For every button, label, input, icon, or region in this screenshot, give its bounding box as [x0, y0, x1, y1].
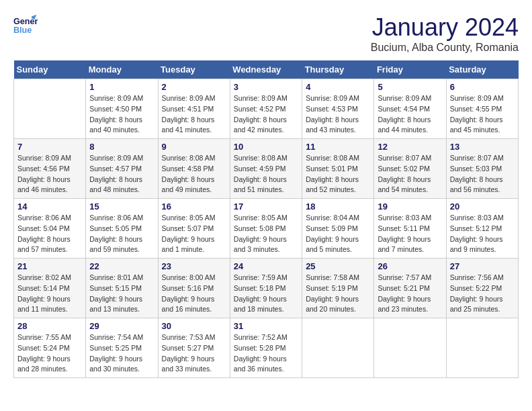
day-info: Sunrise: 7:52 AMSunset: 5:28 PMDaylight:…: [234, 332, 298, 375]
week-row-1: 1 Sunrise: 8:09 AMSunset: 4:50 PMDayligh…: [14, 79, 519, 139]
day-header-friday: Friday: [374, 60, 446, 79]
day-cell: [374, 318, 446, 378]
day-number: 7: [17, 142, 82, 152]
day-cell: 3 Sunrise: 8:09 AMSunset: 4:52 PMDayligh…: [230, 79, 302, 139]
day-info: Sunrise: 7:53 AMSunset: 5:27 PMDaylight:…: [162, 332, 226, 375]
day-cell: 21 Sunrise: 8:02 AMSunset: 5:14 PMDaylig…: [14, 259, 86, 318]
day-header-wednesday: Wednesday: [230, 60, 302, 79]
calendar-table: SundayMondayTuesdayWednesdayThursdayFrid…: [13, 60, 519, 378]
day-header-saturday: Saturday: [446, 60, 518, 79]
day-info: Sunrise: 8:07 AMSunset: 5:03 PMDaylight:…: [450, 153, 515, 195]
day-cell: 16 Sunrise: 8:05 AMSunset: 5:07 PMDaylig…: [158, 199, 230, 259]
day-number: 18: [306, 201, 370, 212]
day-cell: 8 Sunrise: 8:09 AMSunset: 4:57 PMDayligh…: [86, 139, 158, 199]
day-header-thursday: Thursday: [302, 60, 374, 79]
day-cell: 10 Sunrise: 8:08 AMSunset: 4:59 PMDaylig…: [230, 139, 302, 199]
day-info: Sunrise: 8:09 AMSunset: 4:57 PMDaylight:…: [89, 153, 154, 195]
day-number: 8: [89, 142, 154, 152]
day-info: Sunrise: 8:07 AMSunset: 5:02 PMDaylight:…: [378, 153, 442, 195]
day-number: 16: [162, 201, 226, 212]
day-info: Sunrise: 8:04 AMSunset: 5:09 PMDaylight:…: [306, 213, 370, 255]
day-cell: 5 Sunrise: 8:09 AMSunset: 4:54 PMDayligh…: [374, 79, 446, 139]
day-cell: 23 Sunrise: 8:00 AMSunset: 5:16 PMDaylig…: [158, 259, 230, 318]
day-cell: 15 Sunrise: 8:06 AMSunset: 5:05 PMDaylig…: [86, 199, 158, 259]
day-cell: 27 Sunrise: 7:56 AMSunset: 5:22 PMDaylig…: [446, 259, 518, 318]
day-header-sunday: Sunday: [14, 60, 86, 79]
day-header-tuesday: Tuesday: [158, 60, 230, 79]
day-cell: 30 Sunrise: 7:53 AMSunset: 5:27 PMDaylig…: [158, 318, 230, 378]
day-number: 9: [162, 142, 226, 152]
day-number: 27: [450, 261, 515, 271]
day-cell: 26 Sunrise: 7:57 AMSunset: 5:21 PMDaylig…: [374, 259, 446, 318]
day-info: Sunrise: 8:08 AMSunset: 4:58 PMDaylight:…: [162, 153, 226, 195]
day-cell: 13 Sunrise: 8:07 AMSunset: 5:03 PMDaylig…: [446, 139, 518, 199]
day-cell: 14 Sunrise: 8:06 AMSunset: 5:04 PMDaylig…: [14, 199, 86, 259]
day-number: 10: [234, 142, 298, 152]
day-cell: [446, 318, 518, 378]
day-number: 5: [378, 82, 442, 92]
day-info: Sunrise: 8:09 AMSunset: 4:52 PMDaylight:…: [234, 93, 298, 136]
day-cell: 31 Sunrise: 7:52 AMSunset: 5:28 PMDaylig…: [230, 318, 302, 378]
day-info: Sunrise: 8:08 AMSunset: 4:59 PMDaylight:…: [234, 153, 298, 195]
day-cell: 12 Sunrise: 8:07 AMSunset: 5:02 PMDaylig…: [374, 139, 446, 199]
day-info: Sunrise: 8:01 AMSunset: 5:15 PMDaylight:…: [89, 273, 154, 315]
day-info: Sunrise: 8:05 AMSunset: 5:08 PMDaylight:…: [234, 213, 298, 255]
logo: General Blue: [13, 13, 38, 38]
day-number: 15: [89, 201, 154, 212]
day-number: 12: [378, 142, 442, 152]
day-info: Sunrise: 7:58 AMSunset: 5:19 PMDaylight:…: [306, 273, 370, 315]
day-cell: 28 Sunrise: 7:55 AMSunset: 5:24 PMDaylig…: [14, 318, 86, 378]
day-info: Sunrise: 8:09 AMSunset: 4:56 PMDaylight:…: [17, 153, 82, 195]
week-row-5: 28 Sunrise: 7:55 AMSunset: 5:24 PMDaylig…: [14, 318, 519, 378]
day-cell: [302, 318, 374, 378]
day-info: Sunrise: 8:00 AMSunset: 5:16 PMDaylight:…: [162, 273, 226, 315]
day-info: Sunrise: 7:59 AMSunset: 5:18 PMDaylight:…: [234, 273, 298, 315]
day-info: Sunrise: 8:02 AMSunset: 5:14 PMDaylight:…: [17, 273, 82, 315]
day-cell: 22 Sunrise: 8:01 AMSunset: 5:15 PMDaylig…: [86, 259, 158, 318]
day-cell: 18 Sunrise: 8:04 AMSunset: 5:09 PMDaylig…: [302, 199, 374, 259]
day-cell: 6 Sunrise: 8:09 AMSunset: 4:55 PMDayligh…: [446, 79, 518, 139]
day-info: Sunrise: 8:09 AMSunset: 4:53 PMDaylight:…: [306, 93, 370, 136]
day-info: Sunrise: 7:56 AMSunset: 5:22 PMDaylight:…: [450, 273, 515, 315]
day-number: 30: [162, 321, 226, 331]
day-cell: 1 Sunrise: 8:09 AMSunset: 4:50 PMDayligh…: [86, 79, 158, 139]
day-info: Sunrise: 8:03 AMSunset: 5:12 PMDaylight:…: [450, 213, 515, 255]
day-info: Sunrise: 8:08 AMSunset: 5:01 PMDaylight:…: [306, 153, 370, 195]
day-number: 14: [17, 201, 82, 212]
day-info: Sunrise: 8:05 AMSunset: 5:07 PMDaylight:…: [162, 213, 226, 255]
logo-icon: General Blue: [13, 13, 38, 38]
day-number: 29: [89, 321, 154, 331]
day-header-monday: Monday: [86, 60, 158, 79]
title-block: January 2024 Bucium, Alba County, Romani…: [371, 13, 519, 54]
day-number: 28: [17, 321, 82, 331]
day-number: 24: [234, 261, 298, 271]
location-title: Bucium, Alba County, Romania: [371, 42, 519, 54]
day-number: 22: [89, 261, 154, 271]
day-number: 20: [450, 201, 515, 212]
day-number: 25: [306, 261, 370, 271]
day-info: Sunrise: 8:09 AMSunset: 4:55 PMDaylight:…: [450, 93, 515, 136]
page-container: General Blue January 2024 Bucium, Alba C…: [13, 13, 519, 378]
day-info: Sunrise: 8:09 AMSunset: 4:51 PMDaylight:…: [162, 93, 226, 136]
day-cell: 24 Sunrise: 7:59 AMSunset: 5:18 PMDaylig…: [230, 259, 302, 318]
day-number: 17: [234, 201, 298, 212]
day-cell: 4 Sunrise: 8:09 AMSunset: 4:53 PMDayligh…: [302, 79, 374, 139]
month-title: January 2024: [371, 13, 519, 42]
day-cell: 20 Sunrise: 8:03 AMSunset: 5:12 PMDaylig…: [446, 199, 518, 259]
day-cell: 11 Sunrise: 8:08 AMSunset: 5:01 PMDaylig…: [302, 139, 374, 199]
day-number: 1: [89, 82, 154, 92]
header-row: SundayMondayTuesdayWednesdayThursdayFrid…: [14, 60, 519, 79]
day-number: 6: [450, 82, 515, 92]
day-cell: 2 Sunrise: 8:09 AMSunset: 4:51 PMDayligh…: [158, 79, 230, 139]
day-info: Sunrise: 8:09 AMSunset: 4:50 PMDaylight:…: [89, 93, 154, 136]
day-cell: 29 Sunrise: 7:54 AMSunset: 5:25 PMDaylig…: [86, 318, 158, 378]
header: General Blue January 2024 Bucium, Alba C…: [13, 13, 519, 54]
day-number: 21: [17, 261, 82, 271]
day-info: Sunrise: 8:09 AMSunset: 4:54 PMDaylight:…: [378, 93, 442, 136]
day-info: Sunrise: 7:54 AMSunset: 5:25 PMDaylight:…: [89, 332, 154, 375]
day-number: 26: [378, 261, 442, 271]
day-cell: 25 Sunrise: 7:58 AMSunset: 5:19 PMDaylig…: [302, 259, 374, 318]
week-row-2: 7 Sunrise: 8:09 AMSunset: 4:56 PMDayligh…: [14, 139, 519, 199]
day-info: Sunrise: 8:06 AMSunset: 5:04 PMDaylight:…: [17, 213, 82, 255]
svg-text:Blue: Blue: [13, 26, 32, 35]
